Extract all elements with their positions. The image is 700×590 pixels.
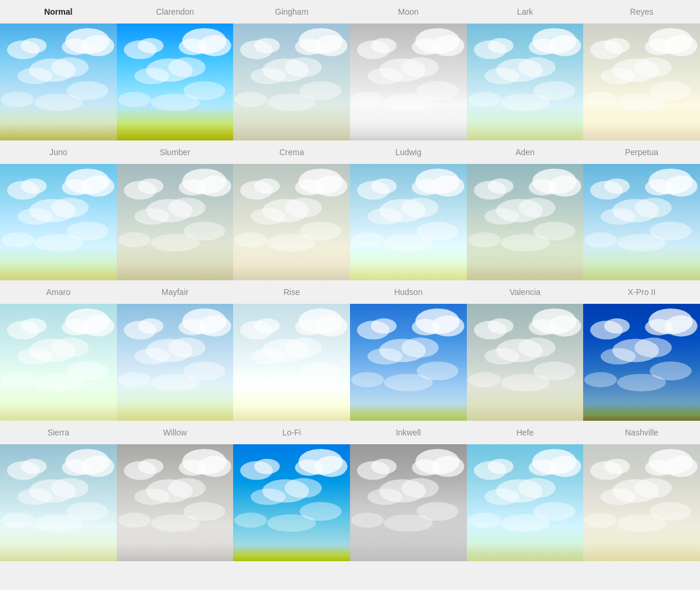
filter-cell-hudson[interactable]: Hudson [350,280,467,421]
filter-cell-clarendon[interactable]: Clarendon [117,0,234,140]
svg-point-92 [254,179,280,194]
filter-thumbnail-juno [0,164,117,281]
svg-point-9 [1,92,34,107]
svg-point-59 [604,38,630,53]
svg-point-139 [18,348,53,365]
svg-point-28 [285,58,322,78]
filter-cell-amaro[interactable]: Amaro [0,280,117,421]
svg-point-64 [584,92,617,107]
svg-point-123 [645,179,674,195]
filter-cell-aden[interactable]: Aden [467,140,584,281]
svg-point-6 [51,58,89,78]
filter-thumbnail-inkwell [350,444,467,561]
svg-point-224 [254,459,280,474]
svg-point-193 [635,338,672,358]
svg-point-31 [234,92,267,107]
filter-thumbnail-xpro2 [583,304,700,421]
svg-point-145 [179,319,207,336]
filter-cell-gingham[interactable]: Gingham [233,0,350,140]
filter-thumbnail-hudson [350,304,467,421]
filter-cell-mayfair[interactable]: Mayfair [117,280,234,421]
svg-point-172 [368,348,403,365]
filter-cell-nashville[interactable]: Nashville [583,421,700,561]
filter-thumbnail-slumber [117,164,234,281]
svg-point-237 [401,478,439,498]
svg-point-180 [487,319,513,334]
svg-point-235 [371,459,397,474]
svg-point-227 [251,489,286,505]
svg-point-246 [487,459,513,474]
svg-point-37 [371,38,397,53]
svg-point-141 [1,373,34,388]
filter-cell-valencia[interactable]: Valencia [467,280,584,421]
filter-cell-rise[interactable]: Rise [233,280,350,421]
filter-cell-crema[interactable]: Crema [233,140,350,281]
filter-cell-reyes[interactable]: Reyes [583,0,700,140]
filter-thumbnail-rise [233,304,350,421]
svg-point-194 [601,348,636,365]
svg-point-249 [484,489,519,505]
svg-point-112 [529,179,557,195]
svg-point-86 [118,232,151,247]
filter-label-xpro2: X-Pro II [583,280,700,304]
filter-label-gingham: Gingham [233,0,350,24]
filter-cell-lofi[interactable]: Lo-Fi [233,421,350,561]
filter-label-slumber: Slumber [117,140,234,164]
filter-cell-hefe[interactable]: Hefe [467,421,584,561]
filter-label-crema: Crema [233,140,350,164]
svg-point-202 [21,459,47,474]
svg-point-182 [518,338,556,358]
filter-cell-slumber[interactable]: Slumber [117,140,234,281]
svg-point-248 [518,478,556,498]
filter-cell-perpetua[interactable]: Perpetua [583,140,700,281]
svg-point-207 [1,512,34,528]
svg-point-185 [468,373,501,388]
filter-cell-ludwig[interactable]: Ludwig [350,140,467,281]
svg-point-158 [254,319,280,334]
svg-point-26 [254,38,280,53]
svg-point-244 [529,460,557,476]
filter-thumbnail-willow [117,444,234,561]
filter-cell-normal[interactable]: Normal [0,0,117,140]
svg-point-81 [137,179,163,194]
svg-point-65 [617,93,666,111]
filter-label-moon: Moon [350,0,467,24]
svg-point-219 [150,514,199,532]
svg-point-216 [134,489,169,505]
svg-point-197 [617,374,666,392]
filter-label-lark: Lark [467,0,584,24]
filter-cell-inkwell[interactable]: Inkwell [350,421,467,561]
svg-point-241 [384,514,433,532]
svg-point-163 [234,373,267,388]
filter-thumbnail-ludwig [350,164,467,281]
svg-point-130 [584,232,617,247]
svg-point-160 [285,338,322,358]
svg-point-117 [484,208,519,224]
filter-cell-willow[interactable]: Willow [117,421,234,561]
svg-point-134 [62,319,90,336]
filter-cell-moon[interactable]: Moon [350,0,467,140]
svg-point-152 [118,373,151,388]
svg-point-21 [150,93,199,111]
svg-point-131 [617,234,666,252]
filter-cell-lark[interactable]: Lark [467,0,584,140]
svg-point-171 [401,338,439,358]
svg-point-87 [150,234,199,252]
svg-point-109 [384,234,433,252]
filter-cell-sierra[interactable]: Sierra [0,421,117,561]
svg-point-120 [500,234,549,252]
svg-point-94 [285,197,322,217]
svg-point-76 [34,234,83,252]
svg-point-257 [604,459,630,474]
filter-cell-juno[interactable]: Juno [0,140,117,281]
filter-label-sierra: Sierra [0,421,117,444]
svg-point-42 [351,92,384,107]
filter-thumbnail-sierra [0,444,117,561]
svg-point-40 [368,68,403,84]
svg-point-10 [34,93,83,111]
svg-point-20 [118,92,151,107]
svg-point-35 [412,39,440,55]
svg-point-196 [584,373,617,388]
svg-point-51 [484,68,519,84]
filter-cell-xpro2[interactable]: X-Pro II [583,280,700,421]
